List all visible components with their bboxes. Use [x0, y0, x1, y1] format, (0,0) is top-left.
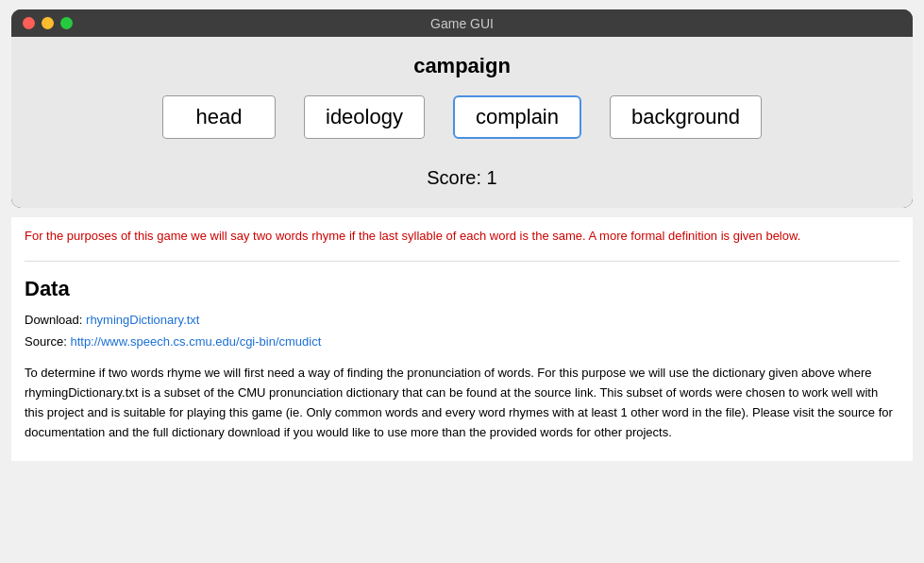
score-display: Score: 1: [30, 167, 894, 189]
below-content: For the purposes of this game we will sa…: [11, 217, 913, 461]
source-label: Source:: [25, 334, 67, 349]
data-links: Download: rhymingDictionary.txt Source: …: [25, 309, 899, 353]
choice-background[interactable]: background: [610, 95, 762, 139]
download-line: Download: rhymingDictionary.txt: [25, 309, 899, 331]
close-button[interactable]: [23, 17, 35, 29]
choices-row: head ideology complain background: [30, 95, 894, 139]
data-description: To determine if two words rhyme we will …: [25, 364, 899, 442]
window-title: Game GUI: [11, 16, 913, 31]
divider: [25, 261, 899, 262]
minimize-button[interactable]: [42, 17, 54, 29]
choice-complain[interactable]: complain: [453, 95, 581, 139]
source-link[interactable]: http://www.speech.cs.cmu.edu/cgi-bin/cmu…: [70, 334, 321, 349]
choice-head[interactable]: head: [162, 95, 276, 139]
titlebar: Game GUI: [11, 9, 913, 37]
rhyme-rule-text: For the purposes of this game we will sa…: [25, 227, 899, 246]
source-line: Source: http://www.speech.cs.cmu.edu/cgi…: [25, 331, 899, 352]
download-link[interactable]: rhymingDictionary.txt: [86, 313, 199, 327]
traffic-lights: [23, 17, 73, 29]
prompt-word: campaign: [30, 54, 894, 78]
game-window: Game GUI campaign head ideology complain…: [11, 9, 913, 208]
data-heading: Data: [25, 277, 899, 301]
download-label: Download:: [25, 313, 82, 327]
choice-ideology[interactable]: ideology: [304, 95, 425, 139]
data-section: Data Download: rhymingDictionary.txt Sou…: [25, 277, 899, 443]
maximize-button[interactable]: [60, 17, 73, 29]
game-area: campaign head ideology complain backgrou…: [11, 37, 913, 208]
